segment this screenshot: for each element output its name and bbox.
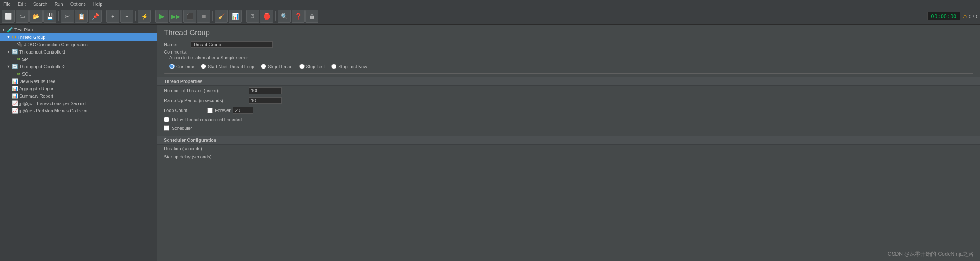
throughput2-icon: 🔄	[12, 64, 18, 69]
clear-all-button[interactable]: 🧹	[215, 10, 228, 23]
sidebar-item-summary-report[interactable]: 📊 Summary Report	[0, 92, 157, 100]
separator-3	[135, 11, 136, 21]
cut-button[interactable]: ✂	[61, 10, 74, 23]
new-button[interactable]: ⬜	[2, 10, 15, 23]
sidebar-item-view-results-tree[interactable]: 📊 View Results Tree	[0, 78, 157, 85]
sql-label: SQL	[22, 71, 31, 76]
sidebar-item-test-plan[interactable]: ▼ 🧪 Test Plan	[0, 26, 157, 33]
toggle-throughput1[interactable]: ▼	[7, 50, 11, 54]
startup-delay-label: Startup delay (seconds)	[164, 154, 246, 159]
radio-continue-input[interactable]	[169, 64, 175, 69]
start-button[interactable]: ▶	[155, 10, 168, 23]
right-panel: Thread Group Name: Comments: Action to b…	[157, 25, 980, 261]
toggle-throughput2[interactable]: ▼	[7, 65, 11, 69]
tps-icon: 📈	[12, 100, 18, 106]
sidebar-item-perfmon[interactable]: 📈 jp@gc - PerfMon Metrics Collector	[0, 107, 157, 114]
panel-title: Thread Group	[157, 25, 980, 40]
delay-thread-label: Delay Thread creation until needed	[172, 117, 242, 122]
open-button[interactable]: 📂	[29, 10, 43, 23]
separator-5	[212, 11, 213, 21]
separator-6	[244, 11, 244, 21]
expand-button[interactable]: +	[106, 10, 119, 23]
start-no-pause-button[interactable]: ▶▶	[169, 10, 182, 23]
toggle-test-plan[interactable]: ▼	[2, 28, 6, 32]
throughput1-icon: 🔄	[12, 49, 18, 55]
vrt-label: View Results Tree	[19, 79, 55, 84]
ramp-up-label: Ramp-Up Period (in seconds):	[164, 98, 246, 103]
radio-stop-test-label: Stop Test	[306, 64, 325, 69]
radio-stop-test-input[interactable]	[299, 64, 305, 69]
remote-clear-button[interactable]: 🗑	[305, 10, 318, 23]
test-plan-label: Test Plan	[14, 27, 33, 32]
results-button[interactable]: 📊	[229, 10, 242, 23]
sidebar-item-sp[interactable]: ✏ SP	[0, 56, 157, 63]
timer-display: 00:00:00	[927, 12, 960, 20]
menu-edit[interactable]: Edit	[16, 1, 27, 7]
num-threads-row: Number of Threads (users):	[157, 86, 980, 96]
ramp-up-input[interactable]	[249, 97, 282, 104]
error-count: 0	[969, 14, 971, 19]
thread-properties-header: Thread Properties	[157, 77, 980, 86]
help-toolbar-button[interactable]: ❓	[292, 10, 305, 23]
menu-run[interactable]: Run	[53, 1, 65, 7]
jdbc-icon: 🔌	[17, 42, 23, 47]
separator-2	[104, 11, 104, 21]
ar-label: Aggregate Report	[19, 86, 55, 91]
name-input[interactable]	[191, 41, 273, 48]
sidebar: ▼ 🧪 Test Plan ▼ ⚙ Thread Group 🔌 JDBC Co…	[0, 25, 157, 261]
radio-stop-test-now[interactable]: Stop Test Now	[331, 64, 367, 69]
menu-help[interactable]: Help	[92, 1, 104, 7]
toggle-thread-group[interactable]: ▼	[7, 35, 11, 39]
toggle-button[interactable]: ⚡	[138, 10, 151, 23]
loop-count-label: Loop Count:	[164, 108, 205, 113]
radio-start-next-loop-input[interactable]	[201, 64, 206, 69]
menu-bar: File Edit Search Run Options Help	[0, 0, 980, 8]
sidebar-item-transactions[interactable]: 📈 jp@gc - Transactions per Second	[0, 100, 157, 107]
vrt-icon: 📊	[12, 78, 18, 84]
sampler-error-legend: Action to be taken after a Sampler error	[168, 55, 250, 60]
paste-button[interactable]: 📌	[89, 10, 102, 23]
collapse-button[interactable]: −	[120, 10, 133, 23]
forever-checkbox[interactable]	[207, 108, 213, 113]
throughput2-label: Throughput Controller2	[19, 64, 65, 69]
menu-file[interactable]: File	[2, 1, 12, 7]
duration-row: Duration (seconds)	[157, 145, 980, 153]
scheduler-checkbox[interactable]	[164, 125, 169, 131]
sidebar-item-jdbc[interactable]: 🔌 JDBC Connection Configuration	[0, 41, 157, 48]
radio-stop-test-now-input[interactable]	[331, 64, 336, 69]
remote-stop-button[interactable]: 🛑	[260, 10, 273, 23]
forever-label: Forever	[215, 108, 231, 113]
sidebar-item-aggregate-report[interactable]: 📊 Aggregate Report	[0, 85, 157, 92]
error-divider: /	[973, 14, 974, 19]
sidebar-item-throughput1[interactable]: ▼ 🔄 Throughput Controller1	[0, 48, 157, 56]
radio-stop-test[interactable]: Stop Test	[299, 64, 325, 69]
templates-button[interactable]: 🗂	[16, 10, 29, 23]
sidebar-item-throughput2[interactable]: ▼ 🔄 Throughput Controller2	[0, 63, 157, 70]
search-toolbar-button[interactable]: 🔍	[278, 10, 291, 23]
sidebar-item-thread-group[interactable]: ▼ ⚙ Thread Group	[0, 33, 157, 41]
copy-button[interactable]: 📋	[75, 10, 88, 23]
radio-stop-thread[interactable]: Stop Thread	[261, 64, 292, 69]
shutdown-button[interactable]: ⏹	[197, 10, 210, 23]
menu-options[interactable]: Options	[69, 1, 87, 7]
sidebar-item-sql[interactable]: ✏ SQL	[0, 70, 157, 78]
radio-continue[interactable]: Continue	[169, 64, 194, 69]
delay-thread-checkbox[interactable]	[164, 117, 169, 122]
loop-count-input[interactable]	[233, 107, 253, 114]
menu-search[interactable]: Search	[31, 1, 49, 7]
save-button[interactable]: 💾	[43, 10, 56, 23]
num-threads-input[interactable]	[249, 87, 282, 94]
remote-start-button[interactable]: 🖥	[246, 10, 259, 23]
sp-icon: ✏	[17, 56, 21, 62]
radio-start-next-loop[interactable]: Start Next Thread Loop	[201, 64, 254, 69]
separator-7	[275, 11, 276, 21]
num-threads-label: Number of Threads (users):	[164, 88, 246, 93]
perfmon-label: jp@gc - PerfMon Metrics Collector	[19, 108, 88, 113]
scheduler-row: Scheduler	[157, 124, 980, 132]
stop-button[interactable]: ⬛	[183, 10, 196, 23]
ar-icon: 📊	[12, 86, 18, 91]
thread-group-label: Thread Group	[18, 35, 45, 40]
radio-stop-test-now-label: Stop Test Now	[338, 64, 367, 69]
radio-stop-thread-input[interactable]	[261, 64, 266, 69]
total-count: 0	[976, 14, 978, 19]
